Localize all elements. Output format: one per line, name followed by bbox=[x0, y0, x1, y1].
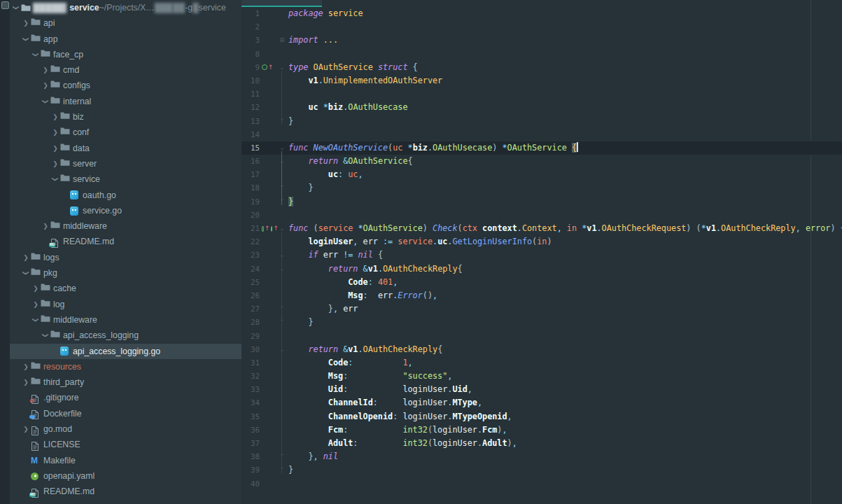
code-line-23[interactable]: 23⌄ if err != nil { bbox=[241, 248, 842, 262]
line-number[interactable]: 11 bbox=[241, 88, 260, 101]
code-line-16[interactable]: 16⌄ return &OAuthService{ bbox=[241, 155, 842, 168]
fold-marker-icon[interactable]: ⌄ bbox=[279, 155, 286, 168]
line-number[interactable]: 32 bbox=[241, 370, 260, 383]
tree-item-service[interactable]: ❯service bbox=[10, 172, 241, 187]
line-number[interactable]: 40 bbox=[241, 477, 260, 491]
code-line-38[interactable]: 38⌃ }, nil bbox=[241, 450, 842, 463]
code-line-13[interactable]: 13⌃} bbox=[241, 115, 842, 128]
tree-item-readme-md[interactable]: MDREADME.md bbox=[10, 484, 241, 499]
override-arrow-icon[interactable]: ↑ bbox=[273, 225, 279, 232]
tree-item-license[interactable]: LICENSE bbox=[10, 437, 241, 452]
tree-item-resources[interactable]: ❯resources bbox=[10, 359, 241, 374]
fold-marker-icon[interactable]: ⌃ bbox=[279, 195, 286, 209]
line-number[interactable]: 33 bbox=[241, 383, 260, 396]
chevron-collapsed-icon[interactable]: ❯ bbox=[31, 297, 41, 312]
fold-marker-icon[interactable]: ⌄ bbox=[279, 222, 286, 235]
tool-window-strip[interactable] bbox=[0, 0, 10, 504]
line-number[interactable]: 30 bbox=[241, 343, 260, 356]
line-number[interactable]: 29 bbox=[241, 330, 260, 343]
tree-item-middleware[interactable]: ❯middleware bbox=[10, 312, 241, 328]
line-number[interactable]: 21 bbox=[241, 222, 260, 235]
line-number[interactable]: 24 bbox=[241, 262, 260, 276]
chevron-collapsed-icon[interactable]: ❯ bbox=[50, 109, 60, 125]
line-number[interactable]: 10 bbox=[241, 74, 260, 88]
code-line-14[interactable]: 14 bbox=[241, 128, 842, 141]
tree-item-pkg[interactable]: ❯pkg bbox=[10, 265, 241, 281]
project-root-row[interactable]: ❯█████▌ service ~/Projects/X… ███ ██-g█ … bbox=[10, 0, 241, 15]
code-line-21[interactable]: 21↑↑⌄func (service *OAuthService) Check(… bbox=[241, 222, 842, 235]
tree-item-middleware[interactable]: ❯middleware bbox=[10, 218, 241, 234]
code-line-18[interactable]: 18⌃ } bbox=[241, 181, 842, 195]
line-number[interactable]: 22 bbox=[241, 235, 260, 248]
fold-marker-icon[interactable]: ⌃ bbox=[279, 302, 286, 316]
code-line-27[interactable]: 27⌃ }, err bbox=[241, 302, 842, 316]
fold-marker-icon[interactable]: ⊞ bbox=[279, 34, 286, 47]
chevron-collapsed-icon[interactable]: ❯ bbox=[21, 15, 31, 31]
line-number[interactable]: 28 bbox=[241, 316, 260, 329]
tree-item-api[interactable]: ❯api bbox=[10, 15, 241, 31]
code-line-32[interactable]: 32 Msg: "success", bbox=[241, 370, 842, 383]
line-number[interactable]: 34 bbox=[241, 396, 260, 410]
line-number[interactable]: 19 bbox=[241, 195, 260, 209]
code-line-19[interactable]: 19⌃} bbox=[241, 195, 842, 209]
code-line-20[interactable]: 20 bbox=[241, 209, 842, 222]
chevron-collapsed-icon[interactable]: ❯ bbox=[50, 156, 60, 172]
line-number[interactable]: 15 bbox=[241, 141, 260, 155]
gutter-icons[interactable]: ↑ bbox=[260, 61, 279, 74]
code-line-17[interactable]: 17 uc: uc, bbox=[241, 168, 842, 181]
line-number[interactable]: 14 bbox=[241, 128, 260, 141]
code-line-40[interactable]: 40 bbox=[241, 477, 842, 491]
chevron-collapsed-icon[interactable]: ❯ bbox=[21, 250, 31, 265]
tree-item-server[interactable]: ❯server bbox=[10, 156, 241, 172]
line-number[interactable]: 2 bbox=[241, 20, 260, 34]
gutter-icons[interactable]: ↑↑ bbox=[260, 222, 279, 235]
line-number[interactable]: 3 bbox=[241, 34, 260, 47]
tree-item-log[interactable]: ❯log bbox=[10, 297, 241, 312]
code-line-33[interactable]: 33 Uid: loginUser.Uid, bbox=[241, 383, 842, 396]
code-line-35[interactable]: 35 ChannelOpenid: loginUser.MTypeOpenid, bbox=[241, 410, 842, 424]
fold-marker-icon[interactable]: ⌄ bbox=[279, 248, 286, 262]
chevron-collapsed-icon[interactable]: ❯ bbox=[21, 374, 31, 390]
code-line-8[interactable]: 8 bbox=[241, 48, 842, 61]
code-line-37[interactable]: 37 Adult: int32(loginUser.Adult), bbox=[241, 437, 842, 450]
tree-item-api-access-logging[interactable]: ❯api_access_logging bbox=[10, 328, 241, 343]
fold-marker-icon[interactable]: ⌃ bbox=[279, 463, 286, 477]
fold-marker-icon[interactable]: ⌄ bbox=[279, 61, 286, 74]
fold-marker-icon[interactable]: ⌃ bbox=[279, 181, 286, 195]
tree-item-configs[interactable]: ❯configs bbox=[10, 78, 241, 93]
code-line-11[interactable]: 11 bbox=[241, 88, 842, 101]
line-number[interactable]: 39 bbox=[241, 463, 260, 477]
code-line-12[interactable]: 12 uc *biz.OAuthUsecase bbox=[241, 101, 842, 114]
line-number[interactable]: 23 bbox=[241, 248, 260, 262]
project-tool-icon[interactable] bbox=[1, 1, 9, 9]
code-line-3[interactable]: 3⊞import ... bbox=[241, 34, 842, 47]
line-number[interactable]: 1 bbox=[241, 7, 260, 20]
line-number[interactable]: 27 bbox=[241, 302, 260, 316]
fold-marker-icon[interactable]: ⌄ bbox=[279, 343, 286, 356]
implemented-marker-icon[interactable] bbox=[271, 226, 273, 232]
code-line-36[interactable]: 36 Fcm: int32(loginUser.Fcm), bbox=[241, 424, 842, 437]
code-line-26[interactable]: 26 Msg: err.Error(), bbox=[241, 289, 842, 302]
tree-item-biz[interactable]: ❯biz bbox=[10, 109, 241, 125]
override-arrow-icon[interactable]: ↑ bbox=[268, 64, 274, 71]
line-number[interactable]: 13 bbox=[241, 115, 260, 128]
override-arrow-icon[interactable]: ↑ bbox=[265, 225, 270, 232]
tree-item-face-cp[interactable]: ❯face_cp bbox=[10, 47, 241, 62]
code-line-28[interactable]: 28⌃ } bbox=[241, 316, 842, 329]
tree-item-oauth-go[interactable]: oauth.go bbox=[10, 188, 241, 203]
code-editor[interactable]: 1package service23⊞import ...89↑⌄type OA… bbox=[241, 0, 842, 504]
code-line-34[interactable]: 34 ChannelId: loginUser.MType, bbox=[241, 396, 842, 410]
implemented-marker-icon[interactable] bbox=[262, 226, 264, 232]
chevron-collapsed-icon[interactable]: ❯ bbox=[21, 359, 31, 374]
tree-item-app[interactable]: ❯app bbox=[10, 31, 241, 47]
code-line-24[interactable]: 24⌄ return &v1.OAuthCheckReply{ bbox=[241, 262, 842, 276]
line-number[interactable]: 18 bbox=[241, 181, 260, 195]
line-number[interactable]: 8 bbox=[241, 48, 260, 61]
fold-marker-icon[interactable]: ⌄ bbox=[279, 262, 286, 276]
code-line-2[interactable]: 2 bbox=[241, 20, 842, 34]
line-number[interactable]: 38 bbox=[241, 450, 260, 463]
tree-item-cmd[interactable]: ❯cmd bbox=[10, 62, 241, 78]
tree-item--gitignore[interactable]: ⊘.gitignore bbox=[10, 390, 241, 405]
code-line-25[interactable]: 25 Code: 401, bbox=[241, 276, 842, 289]
tree-item-openapi-yaml[interactable]: openapi.yaml bbox=[10, 468, 241, 484]
